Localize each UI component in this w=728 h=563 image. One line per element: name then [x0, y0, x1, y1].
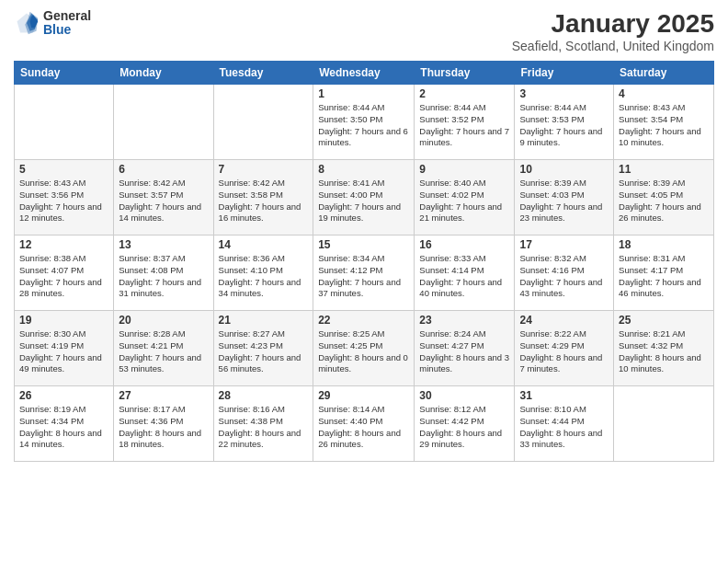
day-number: 12: [19, 238, 108, 251]
table-row: 13Sunrise: 8:37 AM Sunset: 4:08 PM Dayli…: [114, 236, 213, 311]
logo-blue-text: Blue: [43, 23, 91, 37]
day-number: 1: [318, 87, 409, 100]
day-number: 24: [519, 314, 609, 327]
col-tuesday: Tuesday: [213, 62, 313, 85]
day-info: Sunrise: 8:39 AM Sunset: 4:05 PM Dayligh…: [619, 178, 709, 224]
day-info: Sunrise: 8:22 AM Sunset: 4:29 PM Dayligh…: [519, 328, 609, 375]
day-info: Sunrise: 8:17 AM Sunset: 4:36 PM Dayligh…: [119, 404, 208, 451]
calendar-header-row: Sunday Monday Tuesday Wednesday Thursday…: [15, 62, 714, 85]
table-row: [614, 386, 714, 462]
table-row: 11Sunrise: 8:39 AM Sunset: 4:05 PM Dayli…: [614, 160, 714, 236]
header: General Blue January 2025 Seafield, Scot…: [14, 9, 714, 53]
day-info: Sunrise: 8:21 AM Sunset: 4:32 PM Dayligh…: [619, 328, 709, 375]
page-container: General Blue January 2025 Seafield, Scot…: [0, 0, 728, 563]
day-number: 13: [119, 238, 208, 251]
col-friday: Friday: [515, 62, 614, 85]
day-info: Sunrise: 8:43 AM Sunset: 3:56 PM Dayligh…: [19, 178, 108, 224]
day-info: Sunrise: 8:33 AM Sunset: 4:14 PM Dayligh…: [419, 253, 509, 300]
table-row: 20Sunrise: 8:28 AM Sunset: 4:21 PM Dayli…: [114, 311, 213, 386]
day-info: Sunrise: 8:28 AM Sunset: 4:21 PM Dayligh…: [119, 328, 208, 375]
table-row: 9Sunrise: 8:40 AM Sunset: 4:02 PM Daylig…: [415, 160, 515, 236]
day-number: 31: [519, 389, 609, 402]
day-info: Sunrise: 8:10 AM Sunset: 4:44 PM Dayligh…: [519, 404, 609, 451]
day-info: Sunrise: 8:24 AM Sunset: 4:27 PM Dayligh…: [419, 328, 509, 375]
col-monday: Monday: [114, 62, 213, 85]
day-info: Sunrise: 8:42 AM Sunset: 3:57 PM Dayligh…: [119, 178, 208, 224]
day-info: Sunrise: 8:44 AM Sunset: 3:52 PM Dayligh…: [419, 102, 509, 149]
day-info: Sunrise: 8:36 AM Sunset: 4:10 PM Dayligh…: [219, 253, 309, 300]
day-number: 17: [519, 238, 609, 251]
table-row: [213, 85, 313, 160]
day-number: 27: [119, 389, 208, 402]
table-row: 27Sunrise: 8:17 AM Sunset: 4:36 PM Dayli…: [114, 386, 213, 462]
col-sunday: Sunday: [15, 62, 114, 85]
day-number: 23: [419, 314, 509, 327]
day-number: 19: [19, 314, 108, 327]
day-info: Sunrise: 8:16 AM Sunset: 4:38 PM Dayligh…: [219, 404, 309, 451]
table-row: 14Sunrise: 8:36 AM Sunset: 4:10 PM Dayli…: [213, 236, 313, 311]
col-wednesday: Wednesday: [313, 62, 415, 85]
calendar-week-row: 5Sunrise: 8:43 AM Sunset: 3:56 PM Daylig…: [15, 160, 714, 236]
day-info: Sunrise: 8:42 AM Sunset: 3:58 PM Dayligh…: [219, 178, 309, 224]
day-info: Sunrise: 8:38 AM Sunset: 4:07 PM Dayligh…: [19, 253, 108, 300]
day-number: 18: [619, 238, 709, 251]
day-number: 21: [219, 314, 309, 327]
title-section: January 2025 Seafield, Scotland, United …: [512, 9, 714, 53]
day-number: 25: [619, 314, 709, 327]
table-row: 6Sunrise: 8:42 AM Sunset: 3:57 PM Daylig…: [114, 160, 213, 236]
day-info: Sunrise: 8:44 AM Sunset: 3:53 PM Dayligh…: [519, 102, 609, 149]
table-row: 29Sunrise: 8:14 AM Sunset: 4:40 PM Dayli…: [313, 386, 415, 462]
table-row: 7Sunrise: 8:42 AM Sunset: 3:58 PM Daylig…: [213, 160, 313, 236]
day-number: 9: [419, 163, 509, 176]
day-number: 2: [419, 87, 509, 100]
day-info: Sunrise: 8:34 AM Sunset: 4:12 PM Dayligh…: [318, 253, 409, 300]
day-number: 4: [619, 87, 709, 100]
day-number: 8: [318, 163, 409, 176]
month-title: January 2025: [512, 9, 714, 39]
day-number: 15: [318, 238, 409, 251]
table-row: 1Sunrise: 8:44 AM Sunset: 3:50 PM Daylig…: [313, 85, 415, 160]
table-row: [15, 85, 114, 160]
day-number: 30: [419, 389, 509, 402]
day-info: Sunrise: 8:12 AM Sunset: 4:42 PM Dayligh…: [419, 404, 509, 451]
day-info: Sunrise: 8:40 AM Sunset: 4:02 PM Dayligh…: [419, 178, 509, 224]
table-row: 3Sunrise: 8:44 AM Sunset: 3:53 PM Daylig…: [515, 85, 614, 160]
logo: General Blue: [14, 9, 91, 38]
table-row: 16Sunrise: 8:33 AM Sunset: 4:14 PM Dayli…: [415, 236, 515, 311]
location: Seafield, Scotland, United Kingdom: [512, 39, 714, 53]
col-saturday: Saturday: [614, 62, 714, 85]
day-number: 10: [519, 163, 609, 176]
table-row: 15Sunrise: 8:34 AM Sunset: 4:12 PM Dayli…: [313, 236, 415, 311]
calendar-table: Sunday Monday Tuesday Wednesday Thursday…: [14, 61, 714, 462]
day-number: 29: [318, 389, 409, 402]
table-row: 4Sunrise: 8:43 AM Sunset: 3:54 PM Daylig…: [614, 85, 714, 160]
day-number: 6: [119, 163, 208, 176]
table-row: 22Sunrise: 8:25 AM Sunset: 4:25 PM Dayli…: [313, 311, 415, 386]
table-row: 30Sunrise: 8:12 AM Sunset: 4:42 PM Dayli…: [415, 386, 515, 462]
table-row: [114, 85, 213, 160]
day-number: 3: [519, 87, 609, 100]
day-info: Sunrise: 8:43 AM Sunset: 3:54 PM Dayligh…: [619, 102, 709, 149]
table-row: 10Sunrise: 8:39 AM Sunset: 4:03 PM Dayli…: [515, 160, 614, 236]
day-number: 26: [19, 389, 108, 402]
day-info: Sunrise: 8:19 AM Sunset: 4:34 PM Dayligh…: [19, 404, 108, 451]
calendar-week-row: 12Sunrise: 8:38 AM Sunset: 4:07 PM Dayli…: [15, 236, 714, 311]
table-row: 5Sunrise: 8:43 AM Sunset: 3:56 PM Daylig…: [15, 160, 114, 236]
table-row: 17Sunrise: 8:32 AM Sunset: 4:16 PM Dayli…: [515, 236, 614, 311]
table-row: 26Sunrise: 8:19 AM Sunset: 4:34 PM Dayli…: [15, 386, 114, 462]
day-info: Sunrise: 8:39 AM Sunset: 4:03 PM Dayligh…: [519, 178, 609, 224]
day-info: Sunrise: 8:44 AM Sunset: 3:50 PM Dayligh…: [318, 102, 409, 149]
day-number: 7: [219, 163, 309, 176]
logo-general-text: General: [43, 9, 91, 23]
day-number: 11: [619, 163, 709, 176]
day-info: Sunrise: 8:31 AM Sunset: 4:17 PM Dayligh…: [619, 253, 709, 300]
table-row: 8Sunrise: 8:41 AM Sunset: 4:00 PM Daylig…: [313, 160, 415, 236]
day-info: Sunrise: 8:32 AM Sunset: 4:16 PM Dayligh…: [519, 253, 609, 300]
logo-icon: [14, 10, 40, 36]
calendar-week-row: 1Sunrise: 8:44 AM Sunset: 3:50 PM Daylig…: [15, 85, 714, 160]
table-row: 2Sunrise: 8:44 AM Sunset: 3:52 PM Daylig…: [415, 85, 515, 160]
day-number: 14: [219, 238, 309, 251]
day-info: Sunrise: 8:14 AM Sunset: 4:40 PM Dayligh…: [318, 404, 409, 451]
table-row: 19Sunrise: 8:30 AM Sunset: 4:19 PM Dayli…: [15, 311, 114, 386]
table-row: 25Sunrise: 8:21 AM Sunset: 4:32 PM Dayli…: [614, 311, 714, 386]
